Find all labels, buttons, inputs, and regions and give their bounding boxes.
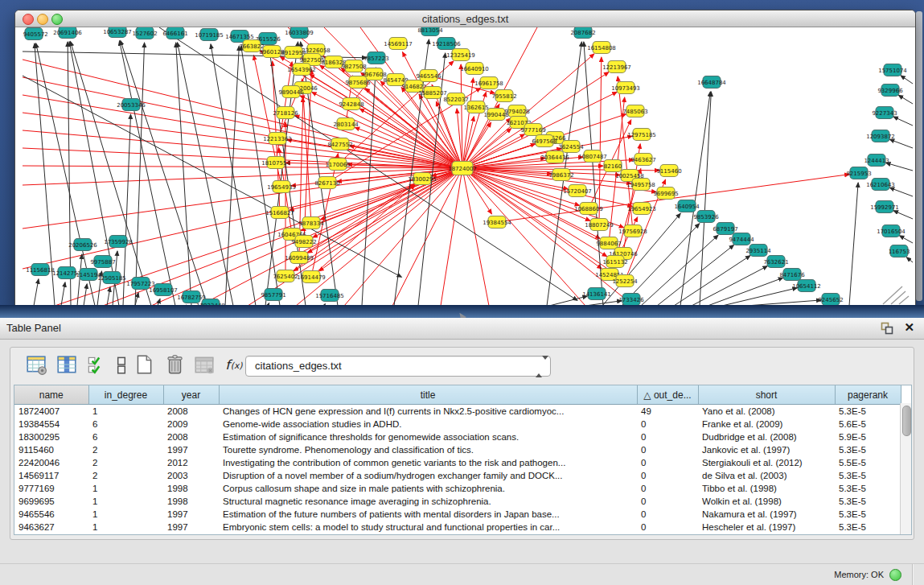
table-cell[interactable]: 2	[88, 456, 163, 469]
table-cell[interactable]: 2003	[163, 469, 219, 482]
table-cell[interactable]: 5.5E-5	[835, 456, 901, 469]
network-node[interactable]: 7986372	[548, 169, 573, 181]
table-selector[interactable]: citations_edges.txt	[245, 356, 551, 377]
network-window[interactable]: citations_edges.txt 18724007194055722069…	[14, 10, 916, 307]
network-edge[interactable]	[34, 279, 39, 306]
network-edge[interactable]	[849, 183, 858, 306]
table-row[interactable]: 946362711997Embryonic stem cells: a mode…	[14, 521, 901, 534]
table-cell[interactable]: Genome-wide association studies in ADHD.	[219, 418, 637, 431]
table-cell[interactable]: 1	[88, 508, 163, 521]
network-node[interactable]: 16210643	[866, 179, 895, 191]
network-node[interactable]: 20053346	[117, 99, 146, 111]
network-node[interactable]: 19654933	[267, 181, 296, 193]
network-edge[interactable]	[176, 43, 191, 306]
network-edge[interactable]	[893, 211, 913, 219]
network-node[interactable]: 16648784	[697, 76, 726, 89]
network-node[interactable]: 8215953	[846, 167, 871, 179]
table-cell[interactable]: 2	[88, 443, 163, 456]
network-node[interactable]: 10973493	[611, 82, 640, 94]
table-cell[interactable]: Structural magnetic resonance image aver…	[219, 495, 637, 508]
network-node[interactable]: 19384554	[483, 216, 511, 229]
network-node[interactable]: 9242848	[339, 98, 363, 110]
network-edge[interactable]	[899, 236, 913, 243]
column-header-in_degree[interactable]: in_degree	[88, 385, 163, 405]
network-node[interactable]: 12093872	[866, 130, 895, 142]
network-edge[interactable]	[319, 168, 462, 271]
table-row[interactable]: 1938455462009Genome-wide association stu…	[14, 418, 901, 431]
network-edge[interactable]	[135, 43, 145, 306]
table-cell[interactable]: Tibbo et al. (1998)	[698, 482, 835, 495]
network-node[interactable]: 2935114	[745, 245, 771, 257]
table-cell[interactable]: 0	[637, 418, 698, 431]
new-file-button[interactable]	[133, 353, 157, 377]
table-cell[interactable]: Tourette syndrome. Phenomenology and cla…	[219, 443, 637, 456]
network-node[interactable]: 2718126	[273, 107, 298, 119]
network-node[interactable]: 10807487	[578, 150, 607, 163]
network-node[interactable]: 16033809	[285, 27, 314, 39]
network-node[interactable]: 15716485	[315, 290, 344, 302]
table-cell[interactable]: Changes of HCN gene expression and I(f) …	[219, 405, 637, 418]
table-cell[interactable]: 22420046	[14, 456, 88, 469]
column-header-year[interactable]: year	[163, 385, 219, 405]
table-cell[interactable]: 0	[637, 456, 698, 469]
table-cell[interactable]: Disruption of a novel member of a sodium…	[219, 469, 637, 482]
network-edge[interactable]	[901, 76, 913, 84]
table-cell[interactable]: 0	[637, 508, 698, 521]
network-node[interactable]: 2803144	[333, 118, 359, 130]
network-node[interactable]: 9474444	[729, 233, 754, 245]
table-cell[interactable]: 14569117	[14, 469, 88, 482]
network-edge[interactable]	[225, 46, 239, 306]
network-node[interactable]: 9875685	[345, 76, 370, 89]
table-row[interactable]: 2242004622012Investigating the contribut…	[14, 456, 901, 469]
table-cell[interactable]: 0	[637, 482, 698, 495]
network-edge[interactable]	[211, 44, 256, 306]
table-cell[interactable]: 9465546	[14, 508, 88, 521]
table-cell[interactable]: 18724007	[14, 405, 88, 418]
table-cell[interactable]: 1997	[163, 521, 219, 534]
network-node[interactable]: 19218506	[432, 38, 461, 50]
table-row[interactable]: 1456911722003Disruption of a novel membe…	[14, 469, 901, 482]
table-cell[interactable]: 5.3E-5	[835, 521, 901, 534]
table-cell[interactable]: 5.9E-5	[835, 431, 901, 443]
table-cell[interactable]: 9699695	[14, 495, 88, 508]
table-cell[interactable]: 2009	[163, 418, 219, 431]
table-settings-button[interactable]	[25, 353, 49, 377]
table-cell[interactable]: 0	[637, 495, 698, 508]
network-node[interactable]: 14569117	[384, 38, 413, 50]
table-cell[interactable]: 1997	[163, 508, 219, 521]
table-cell[interactable]: 0	[637, 443, 698, 456]
network-node[interactable]: 1640954	[674, 200, 700, 212]
network-node[interactable]: 7625402	[273, 270, 298, 282]
network-node[interactable]: 8427552	[327, 138, 352, 150]
network-node[interactable]: 116753	[889, 245, 910, 257]
column-header-out_de[interactable]: △ out_de...	[637, 385, 698, 405]
table-cell[interactable]: 1	[88, 495, 163, 508]
network-edge[interactable]	[906, 257, 913, 262]
network-graph[interactable]: 1872400719405572206914061065328715276026…	[23, 27, 913, 306]
network-edge[interactable]	[889, 187, 913, 196]
network-node[interactable]: 16961758	[474, 77, 503, 89]
network-node[interactable]: 12213363	[263, 133, 292, 145]
table-cell[interactable]: 18300295	[14, 431, 88, 443]
table-cell[interactable]: 2008	[163, 405, 219, 418]
network-node[interactable]: 1527602	[132, 27, 157, 39]
network-edge[interactable]	[889, 139, 913, 148]
close-panel-icon[interactable]: ✕	[904, 320, 914, 335]
table-cell[interactable]: Stergiakouli et al. (2012)	[698, 456, 835, 469]
network-edge[interactable]	[657, 245, 734, 306]
function-builder-button[interactable]: f(x)	[223, 353, 247, 377]
table-cell[interactable]: Estimation of the future numbers of pati…	[219, 508, 637, 521]
network-node[interactable]: 14136141	[582, 288, 611, 300]
network-edge[interactable]	[462, 78, 474, 168]
table-cell[interactable]: 2008	[163, 431, 219, 443]
network-node[interactable]: 10654112	[792, 280, 821, 292]
table-cell[interactable]: 1998	[163, 482, 219, 495]
network-edge[interactable]	[641, 235, 718, 306]
table-cell[interactable]: Embryonic stem cells: a model to study s…	[219, 521, 637, 534]
table-cell[interactable]: 5.3E-5	[835, 405, 901, 418]
network-node[interactable]: 1170065	[325, 159, 350, 171]
table-cell[interactable]: 1	[88, 405, 163, 418]
network-node[interactable]: 82160	[604, 160, 622, 172]
network-edge[interactable]	[462, 168, 602, 269]
table-cell[interactable]: Dudbridge et al. (2008)	[698, 431, 835, 443]
